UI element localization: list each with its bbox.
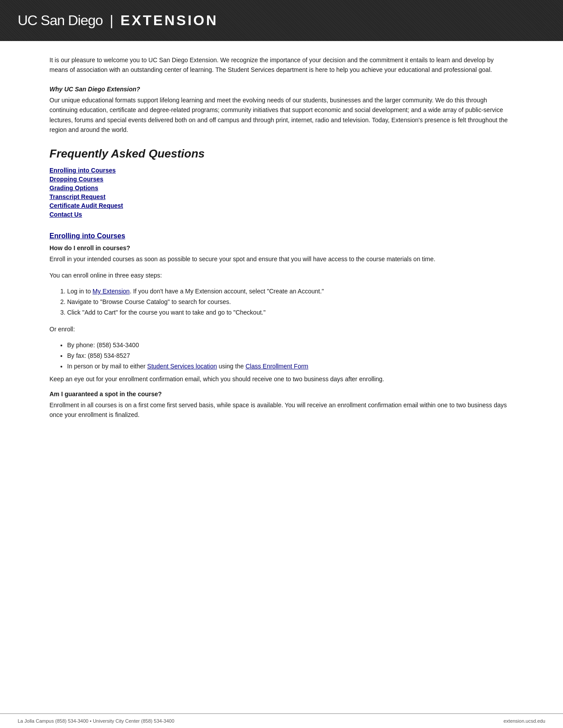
q1-para2: You can enroll online in three easy step… [49, 270, 514, 280]
header-extension-label: EXTENSION [121, 12, 218, 29]
logo-text: UC San Diego [18, 12, 103, 29]
my-extension-link[interactable]: My Extension [93, 288, 130, 295]
faq-link-enrolling[interactable]: Enrolling into Courses [49, 167, 116, 174]
faq-link-transcript[interactable]: Transcript Request [49, 193, 106, 200]
q2-para: Enrollment in all courses is on a first … [49, 400, 514, 420]
faq-link-grading[interactable]: Grading Options [49, 184, 98, 191]
enroll-bullets: By phone: (858) 534-3400 By fax: (858) 5… [67, 340, 514, 372]
step-3: Click "Add to Cart" for the course you w… [67, 308, 514, 318]
bullet-fax: By fax: (858) 534-8527 [67, 351, 514, 361]
class-enrollment-form-link[interactable]: Class Enrollment Form [246, 363, 308, 370]
why-subtitle: Why UC San Diego Extension? [49, 86, 514, 93]
bullet-inperson: In person or by mail to either Student S… [67, 361, 514, 372]
enrolling-section: Enrolling into Courses How do I enroll i… [49, 232, 514, 420]
main-content: It is our pleasure to welcome you to UC … [0, 41, 563, 713]
enroll-steps-list: Log in to My Extension. If you don't hav… [67, 286, 514, 318]
page-header: UC San Diego | EXTENSION [0, 0, 563, 41]
faq-link-dropping[interactable]: Dropping Courses [49, 176, 103, 183]
step-1: Log in to My Extension. If you don't hav… [67, 286, 514, 297]
intro-welcome: It is our pleasure to welcome you to UC … [49, 55, 514, 75]
q1-para1: Enroll in your intended courses as soon … [49, 254, 514, 264]
bullet-phone: By phone: (858) 534-3400 [67, 340, 514, 351]
q2-heading: Am I guaranteed a spot in the course? [49, 390, 514, 398]
header-divider: | [110, 12, 113, 29]
faq-link-contact[interactable]: Contact Us [49, 211, 82, 218]
or-enroll-text: Or enroll: [49, 324, 514, 334]
keep-eye-text: Keep an eye out for your enrollment conf… [49, 374, 514, 384]
faq-links-list: Enrolling into Courses Dropping Courses … [49, 167, 514, 218]
faq-link-certificate[interactable]: Certificate Audit Request [49, 202, 123, 209]
student-services-link[interactable]: Student Services location [147, 363, 217, 370]
page-footer: La Jolla Campus (858) 534-3400 • Univers… [0, 713, 563, 728]
footer-right-text: extension.ucsd.edu [503, 718, 545, 724]
footer-left-text: La Jolla Campus (858) 534-3400 • Univers… [18, 718, 174, 724]
why-body: Our unique educational formats support l… [49, 95, 514, 135]
step-2: Navigate to "Browse Course Catalog" to s… [67, 297, 514, 308]
q1-heading: How do I enroll in courses? [49, 244, 514, 251]
enrolling-heading: Enrolling into Courses [49, 232, 514, 240]
faq-title: Frequently Asked Questions [49, 147, 514, 161]
